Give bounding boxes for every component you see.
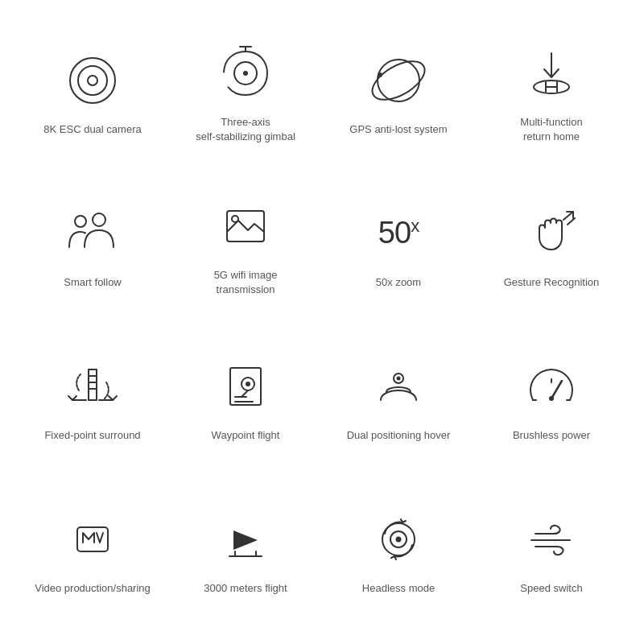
svg-rect-27 <box>230 368 261 405</box>
feature-waypoint: Waypoint flight <box>169 322 322 475</box>
dual-camera-label: 8K ESC dual camera <box>43 122 141 137</box>
wifi-icon <box>213 194 278 258</box>
gesture-icon <box>519 201 584 266</box>
feature-surround: Fixed-point surround <box>16 322 169 475</box>
gimbal-icon <box>213 41 278 105</box>
surround-label: Fixed-point surround <box>44 428 140 443</box>
waypoint-label: Waypoint flight <box>212 428 280 443</box>
svg-rect-39 <box>77 527 108 551</box>
flight-range-label: 3000 meters flight <box>204 581 287 596</box>
svg-line-34 <box>551 381 562 398</box>
flight-range-icon <box>213 507 278 572</box>
svg-point-29 <box>246 382 250 386</box>
features-grid: 8K ESC dual camera Three-axisself-stabil… <box>8 8 636 636</box>
feature-brushless: Brushless power <box>475 322 628 475</box>
brushless-label: Brushless power <box>513 428 590 443</box>
hover-icon <box>366 354 431 419</box>
zoom-icon: 50x <box>366 201 431 266</box>
svg-point-0 <box>70 58 115 103</box>
video-label: Video production/sharing <box>35 581 151 596</box>
svg-point-8 <box>370 53 427 107</box>
feature-speed: Speed switch <box>475 475 628 628</box>
feature-dual-camera: 8K ESC dual camera <box>16 16 169 169</box>
svg-rect-21 <box>89 369 97 400</box>
svg-point-1 <box>78 66 107 95</box>
gps-label: GPS anti-lost system <box>349 122 447 137</box>
feature-flight-range: 3000 meters flight <box>169 475 322 628</box>
waypoint-icon <box>213 354 278 419</box>
svg-point-15 <box>75 216 86 227</box>
return-home-icon <box>519 41 584 105</box>
headless-icon <box>366 507 431 572</box>
svg-point-4 <box>243 71 248 76</box>
svg-point-18 <box>232 216 238 222</box>
gimbal-label: Three-axisself-stabilizing gimbal <box>196 115 295 144</box>
smart-follow-label: Smart follow <box>64 275 122 290</box>
gps-icon <box>366 48 431 113</box>
feature-smart-follow: Smart follow <box>16 169 169 322</box>
surround-icon <box>60 354 125 419</box>
svg-point-7 <box>378 60 419 101</box>
feature-return-home: Multi-functionreturn home <box>475 16 628 169</box>
speed-label: Speed switch <box>520 581 582 596</box>
wifi-label: 5G wifi imagetransmission <box>214 268 278 297</box>
svg-marker-43 <box>233 530 258 550</box>
feature-wifi: 5G wifi imagetransmission <box>169 169 322 322</box>
feature-headless: Headless mode <box>322 475 475 628</box>
svg-point-2 <box>88 76 97 85</box>
gesture-label: Gesture Recognition <box>504 275 600 290</box>
feature-zoom: 50x 50x zoom <box>322 169 475 322</box>
feature-hover: Dual positioning hover <box>322 322 475 475</box>
feature-gesture: Gesture Recognition <box>475 169 628 322</box>
smart-follow-icon <box>60 201 125 266</box>
svg-point-35 <box>549 396 554 401</box>
svg-line-19 <box>564 212 573 220</box>
svg-point-9 <box>378 72 382 77</box>
zoom-label: 50x zoom <box>376 275 421 290</box>
feature-video: Video production/sharing <box>16 475 169 628</box>
svg-line-20 <box>568 218 575 225</box>
svg-point-16 <box>93 213 105 226</box>
speed-icon <box>519 507 584 572</box>
headless-label: Headless mode <box>362 581 435 596</box>
dual-camera-icon <box>60 48 125 113</box>
svg-point-46 <box>396 536 402 542</box>
feature-gps: GPS anti-lost system <box>322 16 475 169</box>
brushless-icon <box>519 354 584 419</box>
return-home-label: Multi-functionreturn home <box>520 115 582 144</box>
video-icon <box>60 507 125 572</box>
feature-gimbal: Three-axisself-stabilizing gimbal <box>169 16 322 169</box>
hover-label: Dual positioning hover <box>347 428 451 443</box>
svg-point-33 <box>397 376 401 380</box>
